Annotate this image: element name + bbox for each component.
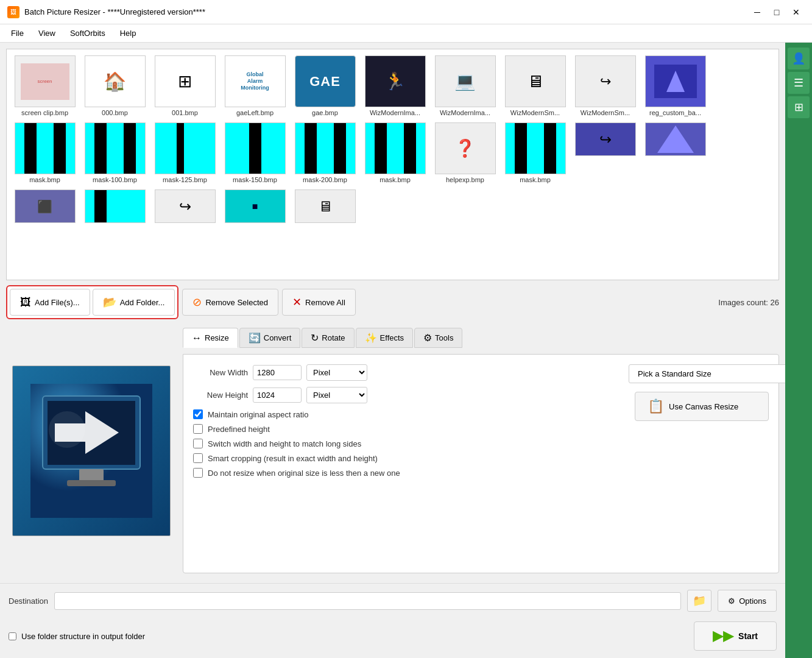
add-buttons-group: 🖼 Add File(s)... 📂 Add Folder...	[6, 285, 178, 319]
bottom-bar: Use folder structure in output folder ▶▶…	[0, 618, 785, 658]
predefined-height-label: Predefined height	[208, 425, 270, 434]
destination-input[interactable]	[54, 592, 681, 610]
new-width-label: New Width	[193, 368, 248, 377]
tab-effects[interactable]: ✨ Effects	[356, 328, 414, 348]
remove-all-button[interactable]: ✕ Remove All	[282, 289, 356, 316]
use-canvas-resize-button[interactable]: 📋 Use Canvas Resize	[635, 392, 769, 421]
list-item[interactable]: ❓ helpexp.bmp	[433, 122, 497, 183]
sidebar-person-icon[interactable]: 👤	[788, 48, 810, 69]
new-width-unit-select[interactable]: Pixel Percent Inch cm	[306, 364, 367, 381]
destination-browse-button[interactable]: 📁	[687, 590, 711, 612]
list-item[interactable]: mask.bmp	[503, 122, 567, 183]
menu-file[interactable]: File	[5, 26, 30, 40]
no-resize-smaller-row: Do not resize when original size is less…	[193, 468, 616, 478]
add-files-button[interactable]: 🖼 Add File(s)...	[10, 289, 90, 316]
maximize-button[interactable]: □	[768, 4, 785, 21]
list-item[interactable]: mask-100.bmp	[83, 122, 147, 183]
list-item[interactable]: ⊞ 001.bmp	[153, 55, 217, 116]
canvas-resize-icon: 📋	[648, 398, 664, 414]
list-item[interactable]: ■	[223, 189, 287, 225]
form-area: New Width Pixel Percent Inch cm	[183, 354, 779, 573]
switch-width-height-checkbox[interactable]	[193, 439, 203, 448]
add-files-icon: 🖼	[20, 296, 31, 309]
new-height-unit-select[interactable]: Pixel Percent Inch cm	[306, 387, 367, 403]
tab-rotate[interactable]: ↻ Rotate	[302, 328, 354, 348]
tools-tab-icon: ⚙	[423, 332, 432, 344]
predefined-height-checkbox[interactable]	[193, 424, 203, 434]
minimize-button[interactable]: ─	[749, 4, 766, 21]
start-button[interactable]: ▶▶ Start	[694, 621, 777, 651]
menu-view[interactable]: View	[32, 26, 62, 40]
list-item[interactable]: GAE gae.bmp	[293, 55, 357, 116]
use-folder-structure-row: Use folder structure in output folder	[9, 632, 145, 641]
start-label: Start	[738, 631, 758, 641]
maintain-aspect-label: Maintain original aspect ratio	[208, 410, 308, 419]
window-title: Batch Picture Resizer - ****Unregistered…	[24, 7, 205, 16]
list-item[interactable]: screen screen clip.bmp	[13, 55, 77, 116]
image-gallery[interactable]: screen screen clip.bmp 🏠 000.bmp ⊞ 001.b…	[6, 49, 779, 280]
list-item[interactable]: mask-200.bmp	[293, 122, 357, 183]
list-item[interactable]: 💻 WizModernIma...	[433, 55, 497, 116]
list-item[interactable]: mask-125.bmp	[153, 122, 217, 183]
predefined-height-row: Predefined height	[193, 424, 616, 434]
standard-size-select[interactable]: Pick a Standard Size	[629, 364, 811, 383]
options-button[interactable]: ⚙ Options	[718, 590, 777, 612]
menu-softorbits[interactable]: SoftOrbits	[64, 26, 111, 40]
list-item[interactable]: GlobalAlarmMonitoring gaeLeft.bmp	[223, 55, 287, 116]
add-folder-button[interactable]: 📂 Add Folder...	[93, 289, 175, 316]
convert-tab-icon: 🔄	[249, 332, 261, 344]
list-item[interactable]	[83, 189, 147, 225]
form-left: New Width Pixel Percent Inch cm	[193, 364, 616, 483]
title-bar: 🖼 Batch Picture Resizer - ****Unregister…	[0, 0, 812, 24]
list-item[interactable]: 🖥 WizModernSm...	[503, 55, 567, 116]
remove-selected-button[interactable]: ⊘ Remove Selected	[182, 289, 278, 316]
close-button[interactable]: ✕	[788, 4, 805, 21]
title-controls: ─ □ ✕	[749, 4, 805, 21]
list-item[interactable]: 🏠 000.bmp	[83, 55, 147, 116]
resize-tab-icon: ↔	[192, 333, 202, 344]
tab-tools[interactable]: ⚙ Tools	[414, 328, 462, 348]
new-height-row: New Height Pixel Percent Inch cm	[193, 387, 616, 403]
options-gear-icon: ⚙	[728, 596, 735, 606]
list-item[interactable]: mask-150.bmp	[223, 122, 287, 183]
rotate-tab-icon: ↻	[311, 332, 319, 344]
new-height-label: New Height	[193, 391, 248, 400]
switch-width-height-row: Switch width and height to match long si…	[193, 439, 616, 448]
smart-cropping-label: Smart cropping (result in exact width an…	[208, 454, 378, 463]
new-height-input[interactable]	[253, 387, 302, 403]
form-right: Pick a Standard Size 📋 Use Canvas Resize	[629, 364, 769, 483]
right-sidebar: 👤 ☰ ⊞	[785, 43, 812, 658]
list-item[interactable]: ↪	[153, 189, 217, 225]
preview-panel	[6, 324, 177, 577]
effects-tab-icon: ✨	[365, 332, 377, 344]
list-item[interactable]: 🖥	[293, 189, 357, 225]
list-item[interactable]	[643, 122, 707, 183]
menu-help[interactable]: Help	[114, 26, 143, 40]
list-item[interactable]: mask.bmp	[363, 122, 427, 183]
menu-bar: File View SoftOrbits Help	[0, 24, 812, 43]
switch-width-height-label: Switch width and height to match long si…	[208, 439, 361, 448]
toolbar: 🖼 Add File(s)... 📂 Add Folder... ⊘ Remov…	[0, 280, 785, 324]
use-folder-structure-checkbox[interactable]	[9, 632, 16, 640]
no-resize-smaller-checkbox[interactable]	[193, 468, 203, 478]
list-item[interactable]: ⬛	[13, 189, 77, 225]
list-item[interactable]: reg_custom_ba...	[643, 55, 707, 116]
sidebar-list-icon[interactable]: ☰	[788, 72, 810, 94]
new-width-row: New Width Pixel Percent Inch cm	[193, 364, 616, 381]
smart-cropping-checkbox[interactable]	[193, 453, 203, 463]
bottom-section: ↔ Resize 🔄 Convert ↻ Rotate ✨ Effects	[0, 324, 785, 583]
list-item[interactable]: mask.bmp	[13, 122, 77, 183]
app-icon: 🖼	[7, 6, 19, 18]
settings-panel: ↔ Resize 🔄 Convert ↻ Rotate ✨ Effects	[183, 324, 779, 577]
remove-selected-icon: ⊘	[192, 295, 202, 309]
list-item[interactable]: ↪ WizModernSm...	[573, 55, 637, 116]
tabs: ↔ Resize 🔄 Convert ↻ Rotate ✨ Effects	[183, 328, 779, 348]
list-item[interactable]: 🏃 WizModernIma...	[363, 55, 427, 116]
svg-rect-9	[67, 480, 116, 486]
maintain-aspect-checkbox[interactable]	[193, 409, 203, 419]
new-width-input[interactable]	[253, 365, 302, 380]
tab-convert[interactable]: 🔄 Convert	[239, 328, 301, 348]
list-item[interactable]: ↪	[573, 122, 637, 183]
tab-resize[interactable]: ↔ Resize	[183, 328, 238, 348]
sidebar-grid-icon[interactable]: ⊞	[788, 96, 810, 118]
